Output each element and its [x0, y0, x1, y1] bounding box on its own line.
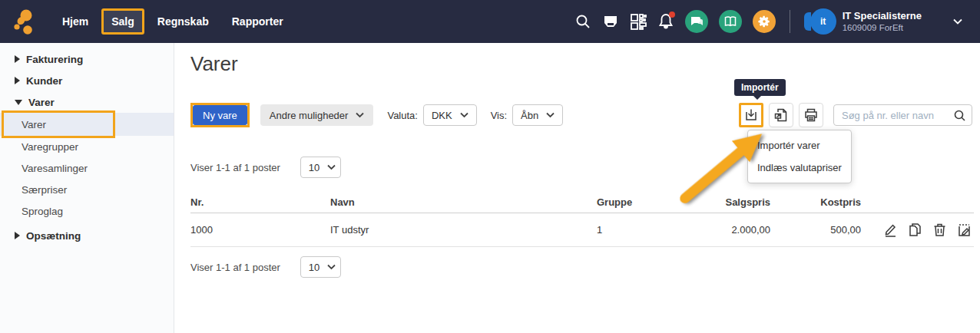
nav-item-salg[interactable]: Salg: [101, 8, 144, 35]
main-content: Varer Ny vare Andre muligheder Valuta: D…: [175, 43, 980, 333]
sidebar-item-sproglag[interactable]: Sproglag: [0, 200, 174, 222]
avatar: it: [810, 8, 836, 35]
navbar-right-tools: it IT Specialisterne 1609009 ForEft: [574, 8, 980, 35]
chevron-down-icon: [460, 112, 468, 118]
printer-icon: [803, 107, 819, 123]
settings-gear-icon[interactable]: [753, 10, 776, 33]
record-count-text: Viser 1-1 af 1 poster: [190, 162, 280, 173]
table-row[interactable]: 1000 IT udstyr 1 2.000,00 500,00: [190, 213, 974, 247]
chevron-down-icon: [327, 264, 336, 270]
navbar-divider: [790, 10, 790, 33]
import-tooltip: Importér: [734, 79, 786, 96]
sidebar: Fakturering Kunder Varer Varer Varegrupp…: [0, 43, 174, 333]
nav-item-rapporter[interactable]: Rapporter: [222, 8, 293, 35]
delete-trash-icon[interactable]: [932, 222, 948, 238]
chat-support-icon[interactable]: [685, 10, 708, 33]
collapsed-triangle-icon: [15, 232, 20, 239]
sidebar-item-opsaetning[interactable]: Opsætning: [0, 225, 174, 246]
row-actions: [861, 222, 974, 238]
chevron-down-icon: [327, 164, 336, 170]
new-item-button[interactable]: Ny vare: [193, 105, 247, 125]
pager-top: Viser 1-1 af 1 poster 10: [190, 157, 341, 178]
help-book-icon[interactable]: [719, 10, 742, 33]
export-file-icon: [773, 107, 789, 123]
annotation-highlight-box: Ny vare: [190, 103, 250, 127]
sidebar-item-kunder[interactable]: Kunder: [0, 70, 174, 91]
export-excel-button[interactable]: [769, 103, 793, 127]
company-account-number: 1609009 ForEft: [843, 22, 922, 33]
view-select[interactable]: Åbn: [512, 104, 563, 126]
top-navbar: Hjem Salg Regnskab Rapporter: [0, 0, 980, 43]
cell-navn: IT udstyr: [330, 224, 597, 236]
items-table: Nr. Navn Gruppe Salgspris Kostpris 1000 …: [190, 192, 974, 247]
search-input[interactable]: [833, 104, 972, 126]
sidebar-item-saerpriser[interactable]: Særpriser: [0, 179, 174, 200]
edit-pencil-icon[interactable]: [882, 222, 899, 238]
pager-bottom: Viser 1-1 af 1 poster 10: [190, 256, 341, 278]
nav-item-regnskab[interactable]: Regnskab: [147, 8, 219, 35]
chevron-down-icon: [546, 112, 555, 118]
company-name: IT Specialisterne: [843, 10, 922, 22]
column-header-nr[interactable]: Nr.: [190, 196, 330, 208]
page-title: Varer: [190, 52, 238, 76]
sidebar-item-varer[interactable]: Varer: [0, 113, 174, 136]
table-toolbar: [739, 103, 972, 127]
page-size-select[interactable]: 10: [300, 157, 341, 178]
account-switcher[interactable]: it IT Specialisterne 1609009 ForEft: [804, 8, 922, 35]
more-options-dropdown[interactable]: Andre muligheder: [260, 104, 374, 126]
import-icon: [743, 107, 759, 123]
notifications-bell-icon[interactable]: [657, 13, 674, 30]
sidebar-item-varesamlinger[interactable]: Varesamlinger: [0, 157, 174, 179]
cell-nr: 1000: [190, 224, 330, 236]
chevron-down-icon[interactable]: [949, 13, 966, 30]
search-icon[interactable]: [574, 13, 591, 30]
cell-kostpris: 500,00: [770, 224, 861, 236]
table-search: [833, 104, 972, 126]
record-count-text: Viser 1-1 af 1 poster: [190, 262, 280, 273]
menu-item-indlaes-valutapriser[interactable]: Indlæs valutapriser: [748, 157, 851, 179]
sidebar-item-varer-group[interactable]: Varer: [0, 91, 174, 113]
cell-gruppe: 1: [597, 224, 709, 236]
page-size-select[interactable]: 10: [300, 256, 341, 278]
copy-icon[interactable]: [907, 222, 923, 238]
search-icon: [953, 109, 966, 125]
column-header-kostpris[interactable]: Kostpris: [770, 196, 861, 208]
nav-item-hjem[interactable]: Hjem: [52, 8, 98, 35]
column-header-gruppe[interactable]: Gruppe: [597, 196, 709, 208]
collapsed-triangle-icon: [15, 77, 20, 84]
column-header-salgspris[interactable]: Salgspris: [709, 196, 770, 208]
inbox-icon[interactable]: [602, 13, 619, 30]
sidebar-item-fakturering[interactable]: Fakturering: [0, 48, 174, 70]
view-label: Vis:: [491, 110, 507, 121]
menu-item-importer-varer[interactable]: Importér varer: [748, 134, 851, 157]
action-bar: Ny vare Andre muligheder Valuta: DKK Vis…: [190, 102, 972, 128]
cell-salgspris: 2.000,00: [709, 224, 770, 236]
table-header-row: Nr. Navn Gruppe Salgspris Kostpris: [190, 192, 974, 213]
expanded-triangle-icon: [15, 100, 22, 105]
note-edit-icon[interactable]: [956, 222, 972, 238]
main-menu: Hjem Salg Regnskab Rapporter: [52, 8, 293, 35]
collapsed-triangle-icon: [15, 55, 20, 63]
currency-label: Valuta:: [387, 110, 418, 121]
economic-logo-icon[interactable]: [8, 5, 41, 38]
sidebar-item-varegrupper[interactable]: Varegrupper: [0, 136, 174, 157]
apps-grid-icon[interactable]: [630, 13, 647, 30]
annotation-highlight-box: [2, 110, 115, 138]
chevron-down-icon: [356, 112, 364, 118]
notification-dot: [669, 12, 675, 18]
currency-select[interactable]: DKK: [423, 104, 477, 126]
import-button[interactable]: [739, 103, 763, 127]
company-avatar: it: [804, 8, 836, 35]
import-dropdown-menu: Importér varer Indlæs valutapriser: [747, 130, 852, 183]
column-header-navn[interactable]: Navn: [330, 196, 597, 208]
print-button[interactable]: [799, 103, 823, 127]
